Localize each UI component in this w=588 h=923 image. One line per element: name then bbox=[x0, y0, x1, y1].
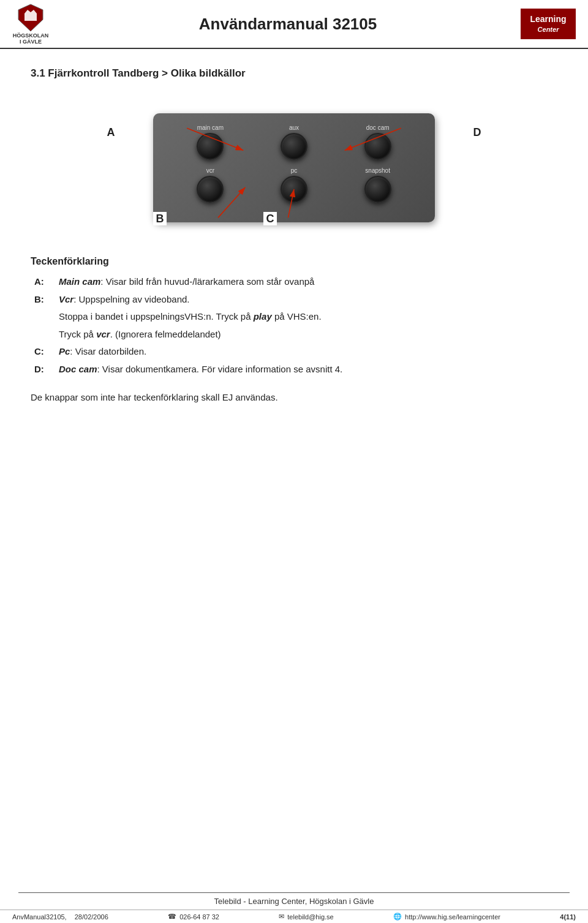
btn-pc bbox=[281, 176, 307, 203]
header: HÖGSKOLAN I GÄVLE Användarmanual 32105 L… bbox=[0, 0, 588, 49]
legend-key-c: Pc bbox=[59, 346, 70, 356]
footer-phone: ☎ 026-64 87 32 bbox=[168, 913, 219, 921]
callout-d: D bbox=[470, 126, 484, 139]
section-title: 3.1 Fjärrkontroll Tandberg > Olika bildk… bbox=[31, 67, 557, 80]
btn-main-cam bbox=[197, 133, 224, 160]
email-icon: ✉ bbox=[279, 913, 284, 921]
page-wrapper: HÖGSKOLAN I GÄVLE Användarmanual 32105 L… bbox=[0, 0, 588, 923]
legend-table: A: Main cam: Visar bild från huvud-/lära… bbox=[31, 273, 557, 378]
footer-doc-name: AnvManual32105, 28/02/2006 bbox=[12, 913, 108, 921]
legend-desc-a: Main cam: Visar bild från huvud-/lärarka… bbox=[55, 273, 557, 291]
label-vcr: vcr bbox=[170, 167, 250, 174]
callout-a: A bbox=[104, 126, 118, 139]
legend-vcr-keyword: vcr bbox=[96, 329, 110, 339]
legend-item-a: A: Main cam: Visar bild från huvud-/lära… bbox=[31, 273, 557, 291]
legend-item-b: B: Vcr: Uppspelning av videoband. bbox=[31, 291, 557, 309]
legend-text-d: : Visar dokumentkamera. För vidare infor… bbox=[97, 364, 343, 374]
btn-snapshot bbox=[364, 176, 391, 203]
footer-center-text: Telebild - Learning Center, Högskolan i … bbox=[0, 893, 588, 908]
callout-c: C bbox=[263, 212, 277, 225]
legend-item-d: D: Doc cam: Visar dokumentkamera. För vi… bbox=[31, 361, 557, 379]
legend-label-b: B: bbox=[31, 291, 55, 309]
legend-desc-d: Doc cam: Visar dokumentkamera. För vidar… bbox=[55, 361, 557, 379]
footer-email-address: telebild@hig.se bbox=[287, 913, 333, 921]
label-doc-cam: doc cam bbox=[338, 124, 418, 131]
hogskolan-logo-icon bbox=[15, 2, 46, 33]
phone-icon: ☎ bbox=[168, 913, 176, 921]
row1-labels: main cam aux doc cam bbox=[168, 124, 420, 131]
btn-aux bbox=[281, 133, 307, 160]
row2-labels: vcr pc snapshot bbox=[168, 167, 420, 174]
label-pc: pc bbox=[254, 167, 334, 174]
legend-item-c: C: Pc: Visar datorbilden. bbox=[31, 343, 557, 361]
btn-doc-cam bbox=[364, 133, 391, 160]
legend-desc-b: Vcr: Uppspelning av videoband. bbox=[55, 291, 557, 309]
legend-label-c: C: bbox=[31, 343, 55, 361]
legend-extra-line-2: Tryck på vcr. (Ignorera felmeddelandet) bbox=[31, 326, 557, 344]
callout-b: B bbox=[153, 212, 167, 225]
label-main-cam: main cam bbox=[170, 124, 250, 131]
legend-title: Teckenförklaring bbox=[31, 256, 557, 267]
button-row-2 bbox=[168, 176, 420, 203]
legend-label-d: D: bbox=[31, 361, 55, 379]
main-content: 3.1 Fjärrkontroll Tandberg > Olika bildk… bbox=[0, 49, 588, 923]
legend-extra-text-1: Stoppa i bandet i uppspelningsVHS:n. Try… bbox=[55, 308, 557, 326]
legend-text-a: : Visar bild från huvud-/lärarkamera som… bbox=[100, 276, 314, 287]
web-icon: 🌐 bbox=[393, 913, 402, 921]
diagram-area: A D main cam aux doc cam bbox=[86, 113, 502, 222]
label-snapshot: snapshot bbox=[338, 167, 418, 174]
legend-text-b: : Uppspelning av videoband. bbox=[74, 294, 189, 304]
legend-key-d: Doc cam bbox=[59, 364, 97, 374]
legend-section: Teckenförklaring A: Main cam: Visar bild… bbox=[31, 256, 557, 405]
logo-text: HÖGSKOLAN I GÄVLE bbox=[13, 33, 49, 45]
button-row-1 bbox=[168, 133, 420, 160]
footer-email: ✉ telebild@hig.se bbox=[279, 913, 333, 921]
document-title: Användarmanual 32105 bbox=[55, 15, 521, 34]
legend-desc-c: Pc: Visar datorbilden. bbox=[55, 343, 557, 361]
legend-label-a: A: bbox=[31, 273, 55, 291]
label-aux: aux bbox=[254, 124, 334, 131]
legend-text-c: : Visar datorbilden. bbox=[70, 346, 146, 356]
footer-note: De knappar som inte har teckenförklaring… bbox=[31, 390, 557, 405]
logo-area: HÖGSKOLAN I GÄVLE bbox=[6, 2, 55, 45]
footer-web: 🌐 http://www.hig.se/learningcenter bbox=[393, 913, 500, 921]
remote-control-image: main cam aux doc cam vcr pc snapsho bbox=[153, 113, 435, 222]
footer-phone-number: 026-64 87 32 bbox=[179, 913, 219, 921]
legend-extra-text-2: Tryck på vcr. (Ignorera felmeddelandet) bbox=[55, 326, 557, 344]
svg-rect-1 bbox=[24, 13, 37, 21]
footer-page-number: 4(11) bbox=[560, 913, 576, 921]
footer-web-url: http://www.hig.se/learningcenter bbox=[405, 913, 500, 921]
footer-area: Telebild - Learning Center, Högskolan i … bbox=[0, 892, 588, 923]
legend-extra-line-1: Stoppa i bandet i uppspelningsVHS:n. Try… bbox=[31, 308, 557, 326]
legend-play-keyword: play bbox=[254, 311, 272, 322]
learning-center-badge: Learning Center bbox=[521, 9, 576, 40]
footer-left-text: AnvManual32105, bbox=[12, 913, 67, 921]
legend-key-b: Vcr bbox=[59, 294, 74, 304]
footer-date: 28/02/2006 bbox=[75, 913, 108, 921]
legend-key-a: Main cam bbox=[59, 276, 100, 287]
footer-bottom: AnvManual32105, 28/02/2006 ☎ 026-64 87 3… bbox=[0, 910, 588, 923]
btn-vcr bbox=[197, 176, 224, 203]
